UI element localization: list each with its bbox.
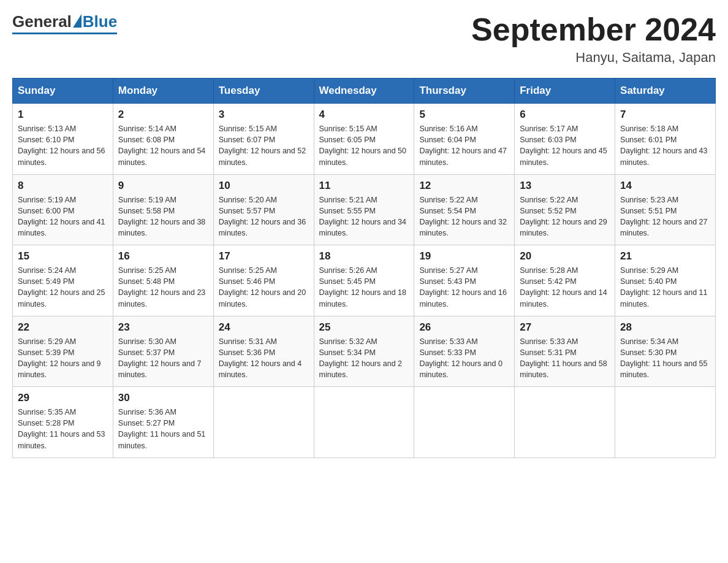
logo-general-text: General (12, 12, 72, 31)
day-number: 27 (520, 321, 610, 334)
day-info: Sunrise: 5:14 AMSunset: 6:08 PMDaylight:… (118, 123, 208, 168)
logo-blue-text: Blue (83, 12, 117, 31)
calendar-week-row: 8Sunrise: 5:19 AMSunset: 6:00 PMDaylight… (13, 174, 716, 245)
table-row: 18Sunrise: 5:26 AMSunset: 5:45 PMDayligh… (314, 245, 414, 316)
day-info: Sunrise: 5:27 AMSunset: 5:43 PMDaylight:… (419, 265, 509, 310)
table-row: 4Sunrise: 5:15 AMSunset: 6:05 PMDaylight… (314, 104, 414, 175)
day-info: Sunrise: 5:26 AMSunset: 5:45 PMDaylight:… (319, 265, 409, 310)
day-info: Sunrise: 5:35 AMSunset: 5:28 PMDaylight:… (18, 407, 108, 451)
table-row: 17Sunrise: 5:25 AMSunset: 5:46 PMDayligh… (213, 245, 314, 316)
day-info: Sunrise: 5:19 AMSunset: 5:58 PMDaylight:… (118, 194, 208, 239)
col-saturday: Saturday (615, 79, 716, 104)
table-row: 19Sunrise: 5:27 AMSunset: 5:43 PMDayligh… (414, 245, 515, 316)
day-number: 19 (419, 250, 509, 262)
day-number: 20 (520, 250, 610, 262)
day-number: 9 (118, 180, 208, 192)
calendar-week-row: 22Sunrise: 5:29 AMSunset: 5:39 PMDayligh… (13, 316, 716, 387)
day-info: Sunrise: 5:22 AMSunset: 5:52 PMDaylight:… (520, 194, 610, 239)
col-friday: Friday (515, 79, 615, 104)
day-number: 21 (620, 250, 710, 262)
day-number: 26 (419, 321, 509, 334)
day-number: 7 (620, 109, 710, 121)
table-row: 23Sunrise: 5:30 AMSunset: 5:37 PMDayligh… (113, 316, 213, 387)
day-number: 2 (118, 109, 208, 121)
day-info: Sunrise: 5:25 AMSunset: 5:46 PMDaylight:… (219, 265, 309, 310)
day-info: Sunrise: 5:13 AMSunset: 6:10 PMDaylight:… (18, 123, 108, 168)
day-number: 29 (18, 392, 108, 404)
table-row: 8Sunrise: 5:19 AMSunset: 6:00 PMDaylight… (13, 174, 113, 245)
day-info: Sunrise: 5:34 AMSunset: 5:30 PMDaylight:… (620, 336, 710, 381)
table-row: 12Sunrise: 5:22 AMSunset: 5:54 PMDayligh… (414, 174, 515, 245)
logo-triangle-icon (73, 14, 82, 28)
table-row: 16Sunrise: 5:25 AMSunset: 5:48 PMDayligh… (113, 245, 213, 316)
calendar-week-row: 1Sunrise: 5:13 AMSunset: 6:10 PMDaylight… (13, 104, 716, 175)
page-header: General Blue September 2024 Hanyu, Saita… (12, 12, 716, 66)
day-info: Sunrise: 5:22 AMSunset: 5:54 PMDaylight:… (419, 194, 509, 239)
title-section: September 2024 Hanyu, Saitama, Japan (471, 12, 716, 66)
table-row: 11Sunrise: 5:21 AMSunset: 5:55 PMDayligh… (314, 174, 414, 245)
table-row: 24Sunrise: 5:31 AMSunset: 5:36 PMDayligh… (213, 316, 314, 387)
day-number: 4 (319, 109, 409, 121)
table-row: 30Sunrise: 5:36 AMSunset: 5:27 PMDayligh… (113, 387, 213, 458)
table-row: 2Sunrise: 5:14 AMSunset: 6:08 PMDaylight… (113, 104, 213, 175)
day-number: 16 (118, 250, 208, 262)
col-monday: Monday (113, 79, 213, 104)
day-number: 5 (419, 109, 509, 121)
day-number: 12 (419, 180, 509, 192)
col-thursday: Thursday (414, 79, 515, 104)
day-info: Sunrise: 5:33 AMSunset: 5:33 PMDaylight:… (419, 336, 509, 381)
day-info: Sunrise: 5:15 AMSunset: 6:07 PMDaylight:… (219, 123, 309, 168)
table-row: 20Sunrise: 5:28 AMSunset: 5:42 PMDayligh… (515, 245, 615, 316)
table-row: 7Sunrise: 5:18 AMSunset: 6:01 PMDaylight… (615, 104, 716, 175)
table-row: 29Sunrise: 5:35 AMSunset: 5:28 PMDayligh… (13, 387, 113, 458)
day-number: 23 (118, 321, 208, 334)
table-row: 15Sunrise: 5:24 AMSunset: 5:49 PMDayligh… (13, 245, 113, 316)
day-info: Sunrise: 5:23 AMSunset: 5:51 PMDaylight:… (620, 194, 710, 239)
day-info: Sunrise: 5:21 AMSunset: 5:55 PMDaylight:… (319, 194, 409, 239)
day-number: 6 (520, 109, 610, 121)
logo: General Blue (12, 12, 117, 34)
day-number: 13 (520, 180, 610, 192)
table-row: 1Sunrise: 5:13 AMSunset: 6:10 PMDaylight… (13, 104, 113, 175)
day-info: Sunrise: 5:19 AMSunset: 6:00 PMDaylight:… (18, 194, 108, 239)
day-info: Sunrise: 5:30 AMSunset: 5:37 PMDaylight:… (118, 336, 208, 381)
table-row: 9Sunrise: 5:19 AMSunset: 5:58 PMDaylight… (113, 174, 213, 245)
day-number: 28 (620, 321, 710, 334)
table-row: 21Sunrise: 5:29 AMSunset: 5:40 PMDayligh… (615, 245, 716, 316)
calendar-header-row: Sunday Monday Tuesday Wednesday Thursday… (13, 79, 716, 104)
calendar-week-row: 29Sunrise: 5:35 AMSunset: 5:28 PMDayligh… (13, 387, 716, 458)
day-info: Sunrise: 5:16 AMSunset: 6:04 PMDaylight:… (419, 123, 509, 168)
table-row (515, 387, 615, 458)
table-row: 25Sunrise: 5:32 AMSunset: 5:34 PMDayligh… (314, 316, 414, 387)
table-row: 22Sunrise: 5:29 AMSunset: 5:39 PMDayligh… (13, 316, 113, 387)
table-row (314, 387, 414, 458)
location-subtitle: Hanyu, Saitama, Japan (471, 50, 716, 66)
logo-underline (12, 33, 117, 34)
table-row (213, 387, 314, 458)
table-row: 14Sunrise: 5:23 AMSunset: 5:51 PMDayligh… (615, 174, 716, 245)
table-row (615, 387, 716, 458)
day-info: Sunrise: 5:18 AMSunset: 6:01 PMDaylight:… (620, 123, 710, 168)
table-row: 3Sunrise: 5:15 AMSunset: 6:07 PMDaylight… (213, 104, 314, 175)
day-number: 18 (319, 250, 409, 262)
day-info: Sunrise: 5:20 AMSunset: 5:57 PMDaylight:… (219, 194, 309, 239)
day-info: Sunrise: 5:36 AMSunset: 5:27 PMDaylight:… (118, 407, 208, 451)
day-number: 22 (18, 321, 108, 334)
day-info: Sunrise: 5:29 AMSunset: 5:39 PMDaylight:… (18, 336, 108, 381)
col-tuesday: Tuesday (213, 79, 314, 104)
day-number: 25 (319, 321, 409, 334)
calendar-week-row: 15Sunrise: 5:24 AMSunset: 5:49 PMDayligh… (13, 245, 716, 316)
day-number: 3 (219, 109, 309, 121)
table-row: 28Sunrise: 5:34 AMSunset: 5:30 PMDayligh… (615, 316, 716, 387)
table-row: 6Sunrise: 5:17 AMSunset: 6:03 PMDaylight… (515, 104, 615, 175)
table-row: 5Sunrise: 5:16 AMSunset: 6:04 PMDaylight… (414, 104, 515, 175)
day-number: 17 (219, 250, 309, 262)
day-number: 14 (620, 180, 710, 192)
day-info: Sunrise: 5:15 AMSunset: 6:05 PMDaylight:… (319, 123, 409, 168)
day-info: Sunrise: 5:33 AMSunset: 5:31 PMDaylight:… (520, 336, 610, 381)
day-info: Sunrise: 5:24 AMSunset: 5:49 PMDaylight:… (18, 265, 108, 310)
day-number: 24 (219, 321, 309, 334)
day-number: 30 (118, 392, 208, 404)
col-sunday: Sunday (13, 79, 113, 104)
day-number: 10 (219, 180, 309, 192)
